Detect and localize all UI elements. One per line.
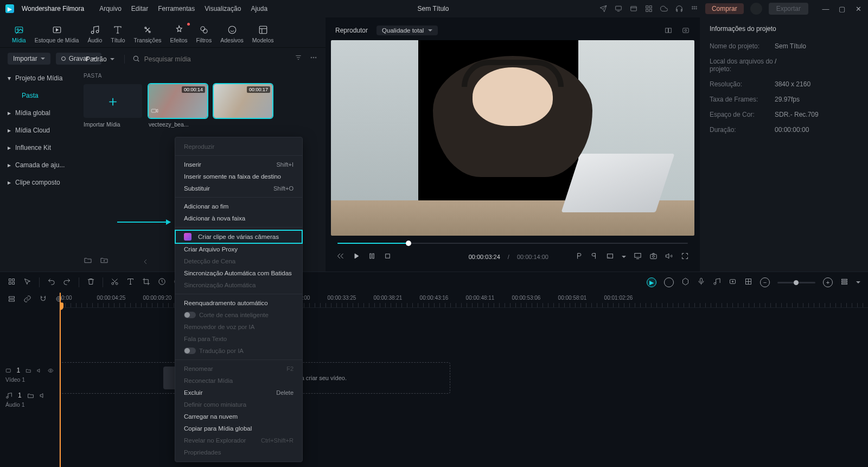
headphones-icon[interactable] — [675, 4, 684, 13]
tab-title[interactable]: Título — [111, 22, 125, 43]
pause-icon[interactable] — [368, 252, 376, 262]
minimize-button[interactable]: — — [821, 5, 830, 13]
context-menu-item[interactable]: Copiar para Mídia global — [175, 422, 302, 434]
cloud-icon[interactable] — [660, 4, 668, 13]
sidebar-item-influence[interactable]: ▸Influence Kit — [0, 139, 76, 156]
prev-frame-icon[interactable] — [336, 252, 344, 262]
buy-button[interactable]: Comprar — [705, 3, 744, 14]
media-clip[interactable]: 00:00:17 — [214, 84, 272, 128]
sidebar-item-project-media[interactable]: ▾Projeto de Mídia — [0, 70, 76, 87]
context-menu-item[interactable]: ExcluirDelete — [175, 387, 302, 399]
sidebar-item-cloud[interactable]: ▸Mídia Cloud — [0, 122, 76, 139]
import-media-tile[interactable]: ＋ Importar Mídia — [84, 84, 142, 128]
tab-stickers[interactable]: Adesivos — [220, 22, 244, 43]
new-bin-icon[interactable] — [100, 256, 108, 266]
context-menu-item[interactable]: Criar clipe de várias câmeras — [175, 230, 302, 243]
audio-track-header[interactable]: 1 Áudio 1 — [0, 387, 59, 412]
aspect-icon[interactable] — [606, 252, 614, 262]
render-button[interactable]: ▶ — [647, 277, 656, 287]
magnet-icon[interactable] — [39, 295, 47, 305]
context-menu-item[interactable]: InserirShift+I — [175, 159, 302, 171]
menu-file[interactable]: Arquivo — [99, 5, 122, 12]
playhead[interactable] — [60, 293, 61, 467]
menu-help[interactable]: Ajuda — [251, 5, 267, 12]
fullscreen-icon[interactable] — [681, 252, 689, 262]
layout-icon[interactable] — [644, 4, 653, 13]
select-tool-icon[interactable] — [8, 277, 16, 287]
mark-out-icon[interactable] — [590, 252, 598, 262]
import-dropdown[interactable]: Importar — [8, 53, 50, 65]
zoom-slider[interactable] — [777, 282, 815, 283]
grid-icon[interactable] — [744, 277, 752, 287]
secondary-circle-button[interactable] — [664, 277, 674, 287]
tab-media[interactable]: Mídia — [12, 22, 26, 43]
video-preview[interactable] — [331, 40, 694, 236]
scrub-bar[interactable] — [331, 239, 694, 248]
cut-icon[interactable] — [111, 277, 119, 287]
volume-icon[interactable] — [665, 252, 673, 262]
screen-icon[interactable] — [614, 4, 623, 13]
context-menu-item[interactable]: Criar Arquivo Proxy — [175, 243, 302, 255]
tab-transitions[interactable]: Transições — [134, 22, 162, 43]
delete-icon[interactable] — [87, 277, 95, 287]
undo-icon[interactable] — [47, 277, 55, 287]
new-folder-icon[interactable] — [84, 256, 92, 266]
apps-icon[interactable] — [690, 4, 699, 13]
tab-filters[interactable]: Filtros — [196, 22, 212, 43]
zoom-out-button[interactable]: − — [760, 277, 770, 287]
text-tool-icon[interactable] — [126, 277, 135, 287]
snapshot-icon[interactable] — [649, 252, 658, 262]
window-icon[interactable] — [629, 4, 638, 13]
search-input[interactable] — [132, 53, 318, 65]
snapshot-mode-icon[interactable] — [681, 26, 690, 35]
stop-icon[interactable] — [384, 252, 392, 262]
tab-stock[interactable]: Estoque de Mídia — [35, 22, 79, 43]
sort-dropdown[interactable]: Padrão — [84, 54, 117, 64]
menu-edit[interactable]: Editar — [131, 5, 148, 12]
sidebar-item-global[interactable]: ▸Mídia global — [0, 104, 76, 122]
pointer-tool-icon[interactable] — [23, 277, 31, 287]
sidebar-item-folder[interactable]: Pasta — [0, 87, 76, 104]
crop-icon[interactable] — [142, 277, 150, 287]
compare-icon[interactable] — [664, 26, 673, 35]
tab-audio[interactable]: Áudio — [87, 22, 102, 43]
tab-templates[interactable]: Modelos — [252, 22, 274, 43]
svg-point-51 — [714, 282, 716, 285]
tab-effects[interactable]: Efeitos — [170, 22, 188, 43]
context-menu-item[interactable]: Carregar na nuvem — [175, 411, 302, 422]
export-button[interactable]: Exportar — [769, 3, 808, 15]
timeline-options-icon[interactable] — [840, 277, 848, 287]
video-track-header[interactable]: 1 Vídeo 1 — [0, 362, 59, 387]
link-icon[interactable] — [23, 295, 31, 305]
display-icon[interactable] — [634, 252, 642, 262]
track-layout-icon[interactable] — [8, 295, 16, 305]
context-menu-item[interactable]: Sincronização Automática com Batidas — [175, 267, 302, 279]
menu-tools[interactable]: Ferramentas — [158, 5, 195, 12]
zoom-in-button[interactable]: + — [823, 277, 833, 287]
sidebar-item-adjustment[interactable]: ▸Camada de aju... — [0, 156, 76, 174]
collapse-sidebar-icon[interactable] — [141, 257, 150, 266]
send-icon[interactable] — [599, 4, 608, 13]
voiceover-icon[interactable] — [697, 277, 705, 287]
close-button[interactable]: ✕ — [854, 5, 863, 13]
marker-icon[interactable] — [681, 277, 690, 287]
maximize-button[interactable]: ▢ — [838, 5, 846, 13]
context-menu-item[interactable]: Adicionar ao fim — [175, 200, 302, 212]
context-menu-item[interactable]: Inserir somente na faixa de destino — [175, 171, 302, 182]
mark-in-icon[interactable] — [575, 252, 583, 262]
context-menu-item[interactable]: Adicionar à nova faixa — [175, 212, 302, 224]
redo-icon[interactable] — [63, 277, 71, 287]
speed-icon[interactable] — [158, 277, 166, 287]
audio-beat-icon[interactable] — [713, 277, 721, 287]
media-clip[interactable]: 00:00:14 vecteezy_bea... — [149, 84, 207, 128]
sidebar-item-compound[interactable]: ▸Clipe composto — [0, 174, 76, 191]
menu-view[interactable]: Visualização — [205, 5, 241, 12]
svg-rect-54 — [842, 279, 847, 280]
user-avatar[interactable] — [750, 3, 762, 15]
context-menu-item[interactable]: Reenquadramento automático — [175, 297, 302, 309]
inspector-title: Informações do projeto — [710, 25, 858, 33]
play-icon[interactable] — [352, 252, 360, 262]
quality-dropdown[interactable]: Qualidade total — [376, 26, 438, 35]
context-menu-item[interactable]: SubstituirShift+O — [175, 182, 302, 194]
keyframe-icon[interactable] — [729, 277, 737, 287]
